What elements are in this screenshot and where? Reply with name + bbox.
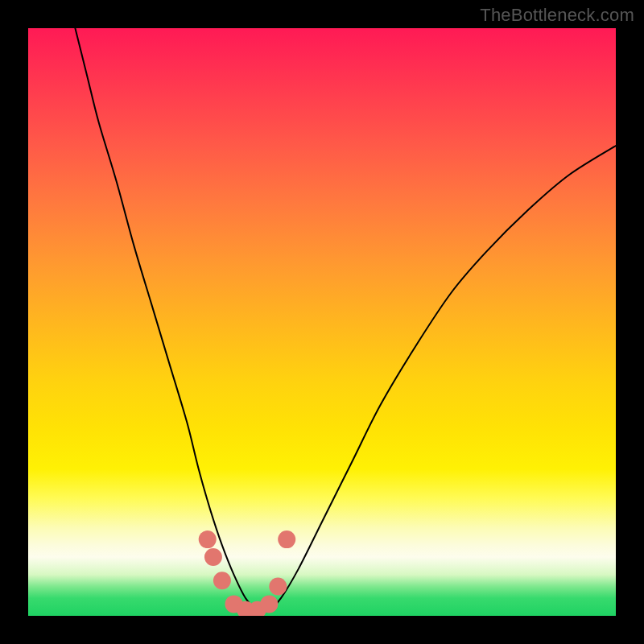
watermark-text: TheBottleneck.com [480, 5, 634, 26]
plot-area [28, 28, 616, 616]
highlight-point [260, 595, 278, 613]
bottleneck-curve [75, 28, 616, 612]
highlight-point [269, 578, 287, 596]
chart-svg [28, 28, 616, 616]
highlight-point [278, 530, 295, 548]
highlight-points [199, 530, 296, 616]
highlight-point [199, 530, 217, 548]
highlight-point [204, 548, 222, 566]
chart-frame: TheBottleneck.com [0, 0, 644, 644]
highlight-point [213, 572, 231, 589]
